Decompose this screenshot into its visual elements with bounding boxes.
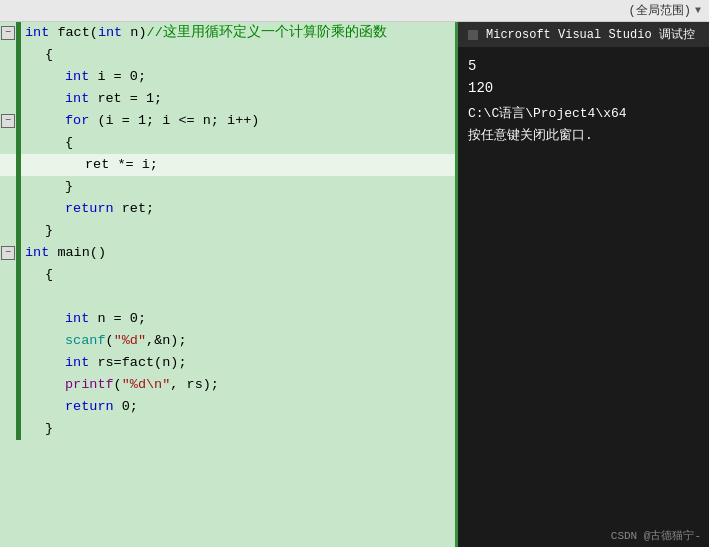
code-line: int n = 0; xyxy=(0,308,455,330)
code-line: return 0; xyxy=(0,396,455,418)
token-kw: int xyxy=(25,25,49,40)
token-plain: } xyxy=(45,421,53,436)
token-plain: ret = 1; xyxy=(89,91,162,106)
code-text: int n = 0; xyxy=(21,308,146,330)
token-plain: ( xyxy=(106,333,114,348)
code-line: { xyxy=(0,132,455,154)
code-line: { xyxy=(0,264,455,286)
token-plain: ret; xyxy=(114,201,155,216)
console-watermark: CSDN @古德猫宁- xyxy=(458,524,709,547)
code-line: int ret = 1; xyxy=(0,88,455,110)
collapse-button[interactable]: − xyxy=(1,26,15,40)
token-plain: { xyxy=(45,47,53,62)
collapse-button[interactable]: − xyxy=(1,114,15,128)
console-title: Microsoft Visual Studio 调试控 xyxy=(486,26,695,43)
gutter-collapse xyxy=(0,308,16,330)
token-plain: n = 0; xyxy=(89,311,146,326)
gutter-collapse xyxy=(0,154,16,176)
code-text: ret *= i; xyxy=(21,154,158,176)
gutter-collapse xyxy=(0,198,16,220)
console-path: C:\C语言\Project4\x64 xyxy=(468,103,699,125)
code-text: printf("%d\n", rs); xyxy=(21,374,219,396)
token-plain: rs=fact(n); xyxy=(89,355,186,370)
main-content: −int fact(int n)//这里用循环定义一个计算阶乘的函数{int i… xyxy=(0,22,709,547)
code-line: } xyxy=(0,176,455,198)
token-plain: , rs); xyxy=(170,377,219,392)
gutter-collapse xyxy=(0,396,16,418)
code-line: scanf("%d",&n); xyxy=(0,330,455,352)
scope-dropdown[interactable]: (全局范围) ▼ xyxy=(629,2,701,19)
code-line: } xyxy=(0,418,455,440)
token-plain: main() xyxy=(49,245,106,260)
code-text: int main() xyxy=(21,242,106,264)
token-plain: ,&n); xyxy=(146,333,187,348)
code-line: int i = 0; xyxy=(0,66,455,88)
token-str: "%d" xyxy=(114,333,146,348)
gutter-collapse xyxy=(0,88,16,110)
token-plain: ret *= i; xyxy=(85,157,158,172)
console-pane: Microsoft Visual Studio 调试控 5 120 C:\C语言… xyxy=(458,22,709,547)
token-plain: { xyxy=(45,267,53,282)
gutter-collapse xyxy=(0,264,16,286)
gutter-collapse xyxy=(0,66,16,88)
gutter-collapse xyxy=(0,330,16,352)
code-line: −for (i = 1; i <= n; i++) xyxy=(0,110,455,132)
token-kw: int xyxy=(65,91,89,106)
token-plain: } xyxy=(45,223,53,238)
console-output-120: 120 xyxy=(468,77,699,99)
top-bar: (全局范围) ▼ xyxy=(0,0,709,22)
code-text: } xyxy=(21,220,53,242)
code-text: int ret = 1; xyxy=(21,88,162,110)
dropdown-arrow-icon: ▼ xyxy=(695,5,701,16)
token-plain: i = 0; xyxy=(89,69,146,84)
gutter-collapse xyxy=(0,44,16,66)
console-output-5: 5 xyxy=(468,55,699,77)
code-text: } xyxy=(21,418,53,440)
token-kw: for xyxy=(65,113,89,128)
code-area: −int fact(int n)//这里用循环定义一个计算阶乘的函数{int i… xyxy=(0,22,455,440)
console-note: 按任意键关闭此窗口. xyxy=(468,125,699,147)
token-str: "%d\n" xyxy=(122,377,171,392)
gutter-collapse[interactable]: − xyxy=(0,110,16,132)
code-line xyxy=(0,286,455,308)
token-plain: 0; xyxy=(114,399,138,414)
scope-label: (全局范围) xyxy=(629,2,691,19)
code-line: printf("%d\n", rs); xyxy=(0,374,455,396)
code-text: int i = 0; xyxy=(21,66,146,88)
token-kw: return xyxy=(65,201,114,216)
token-plain: ( xyxy=(114,377,122,392)
code-line: } xyxy=(0,220,455,242)
gutter-collapse[interactable]: − xyxy=(0,242,16,264)
gutter-collapse xyxy=(0,286,16,308)
code-text: scanf("%d",&n); xyxy=(21,330,187,352)
code-line: return ret; xyxy=(0,198,455,220)
token-plain: { xyxy=(65,135,73,150)
code-text: return ret; xyxy=(21,198,154,220)
console-titlebar: Microsoft Visual Studio 调试控 xyxy=(458,22,709,47)
code-text: int fact(int n)//这里用循环定义一个计算阶乘的函数 xyxy=(21,22,387,44)
token-cyan: scanf xyxy=(65,333,106,348)
console-dot-icon xyxy=(468,30,478,40)
token-comment: //这里用循环定义一个计算阶乘的函数 xyxy=(147,25,387,40)
token-kw: int xyxy=(65,311,89,326)
token-plain: fact( xyxy=(49,25,98,40)
code-editor-pane: −int fact(int n)//这里用循环定义一个计算阶乘的函数{int i… xyxy=(0,22,455,547)
token-purple: printf xyxy=(65,377,114,392)
code-line: −int fact(int n)//这里用循环定义一个计算阶乘的函数 xyxy=(0,22,455,44)
token-kw: int xyxy=(98,25,122,40)
token-kw: int xyxy=(65,69,89,84)
code-line: int rs=fact(n); xyxy=(0,352,455,374)
collapse-button[interactable]: − xyxy=(1,246,15,260)
gutter-collapse[interactable]: − xyxy=(0,22,16,44)
code-line: { xyxy=(0,44,455,66)
gutter-collapse xyxy=(0,374,16,396)
console-content: 5 120 C:\C语言\Project4\x64 按任意键关闭此窗口. xyxy=(458,47,709,524)
code-text: for (i = 1; i <= n; i++) xyxy=(21,110,259,132)
code-text: } xyxy=(21,176,73,198)
gutter-collapse xyxy=(0,352,16,374)
token-plain: (i = 1; i <= n; i++) xyxy=(89,113,259,128)
token-plain: n) xyxy=(122,25,146,40)
code-line: −int main() xyxy=(0,242,455,264)
token-kw: int xyxy=(65,355,89,370)
code-line: ret *= i; xyxy=(0,154,455,176)
